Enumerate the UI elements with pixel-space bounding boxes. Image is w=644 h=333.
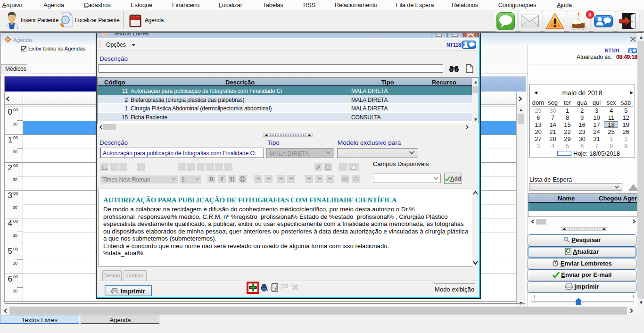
svg-text:0: 0 (588, 12, 591, 17)
